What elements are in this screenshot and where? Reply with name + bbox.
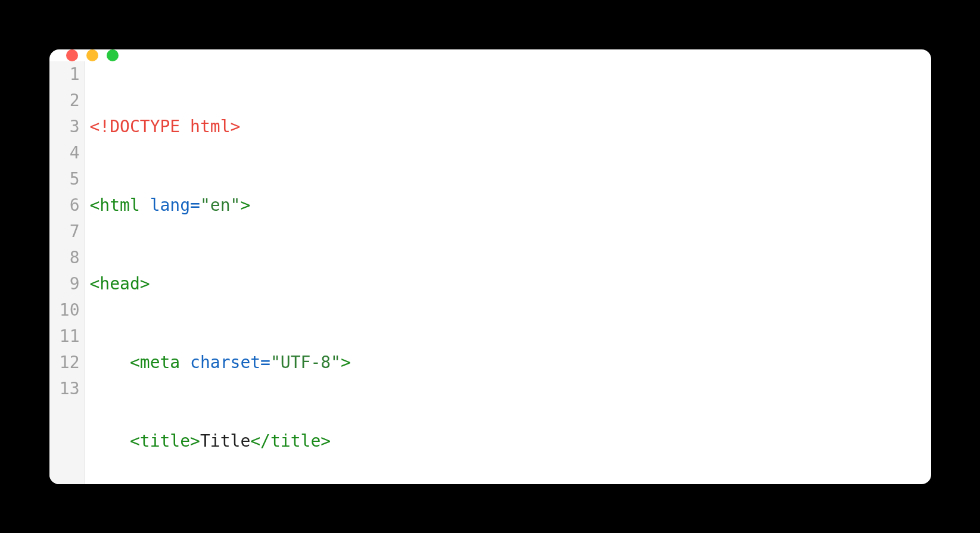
code-content[interactable]: <!DOCTYPE html> <html lang="en"> <head> …: [85, 61, 931, 484]
line-number: 11: [49, 323, 80, 350]
code-editor[interactable]: 1 2 3 4 5 6 7 8 9 10 11 12 13 <!DOCTYPE …: [49, 61, 931, 484]
tag-token: <html: [90, 195, 140, 215]
window-titlebar: [49, 49, 931, 61]
line-number: 7: [49, 219, 80, 245]
attr-value-token: "UTF-8": [270, 353, 341, 372]
code-line: <head>: [90, 271, 931, 297]
code-line: <!DOCTYPE html>: [90, 114, 931, 140]
line-number: 4: [49, 140, 80, 166]
tag-token: <meta: [130, 353, 180, 372]
minimize-icon[interactable]: [86, 49, 98, 61]
tag-token: <head>: [90, 274, 150, 294]
tag-token: >: [341, 353, 351, 372]
line-number: 6: [49, 192, 80, 219]
line-number: 1: [49, 61, 80, 88]
line-number: 9: [49, 271, 80, 297]
attr-name-token: charset=: [190, 353, 270, 372]
code-line: <meta charset="UTF-8">: [90, 350, 931, 376]
text-token: Title: [200, 431, 250, 451]
editor-window: 1 2 3 4 5 6 7 8 9 10 11 12 13 <!DOCTYPE …: [49, 49, 931, 484]
tag-token: <title>: [130, 431, 200, 451]
tag-token: >: [240, 195, 250, 215]
close-icon[interactable]: [66, 49, 78, 61]
line-number: 5: [49, 166, 80, 192]
doctype-token: <!DOCTYPE html>: [90, 117, 241, 136]
line-number-gutter: 1 2 3 4 5 6 7 8 9 10 11 12 13: [49, 61, 85, 484]
maximize-icon[interactable]: [107, 49, 119, 61]
line-number: 2: [49, 88, 80, 114]
tag-token: </title>: [250, 431, 331, 451]
attr-value-token: "en": [200, 195, 240, 215]
line-number: 10: [49, 297, 80, 323]
attr-name-token: lang=: [150, 195, 200, 215]
line-number: 8: [49, 245, 80, 271]
code-line: <html lang="en">: [90, 192, 931, 219]
code-line: <title>Title</title>: [90, 428, 931, 454]
line-number: 13: [49, 376, 80, 402]
line-number: 12: [49, 350, 80, 376]
line-number: 3: [49, 114, 80, 140]
